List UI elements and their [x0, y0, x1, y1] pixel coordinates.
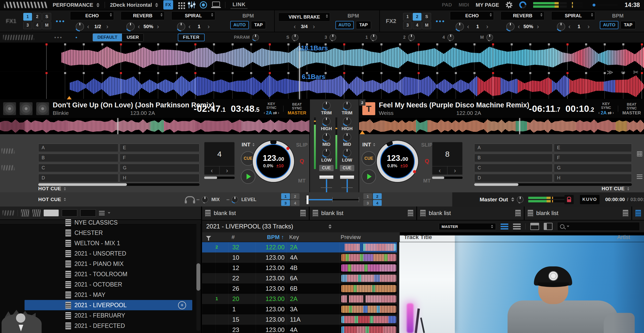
deck2-pad-F[interactable]: F — [554, 154, 632, 162]
drag-handle-icon[interactable] — [637, 175, 642, 179]
deck1-memory-prev-button[interactable]: ‹ — [204, 166, 219, 175]
layout-dropdown[interactable]: 2Deck Horizontal — [110, 2, 158, 8]
channel2-mid-knob[interactable] — [343, 133, 351, 141]
track-preview-cell[interactable] — [340, 304, 400, 314]
grid-view-icon[interactable] — [637, 151, 642, 156]
deck2-memory-next-button[interactable]: › — [447, 166, 463, 175]
deck1-key-sync[interactable]: KEY SYNC ‹ 2A ±0 › — [264, 102, 279, 115]
fx1-slot-1-selector[interactable]: ECHO — [70, 11, 114, 20]
deck1-pad-scrollbar[interactable] — [38, 183, 200, 186]
deck1-memory-next-button[interactable]: › — [219, 166, 235, 175]
master-filter-dropdown[interactable]: MASTER — [439, 223, 496, 230]
deck2-pad-H[interactable]: H — [554, 174, 632, 182]
cue-assign-left-2[interactable]: 2 — [291, 193, 300, 199]
channel1-fader-handle[interactable] — [319, 175, 334, 179]
keyboard-display-icon[interactable] — [212, 1, 220, 9]
fx-deck-assign-2[interactable]: 2 — [413, 13, 421, 21]
skip-icon[interactable]: ≫ — [607, 69, 613, 76]
fx-param-knob-4[interactable] — [447, 34, 454, 41]
pane-add-target[interactable] — [632, 207, 644, 220]
crossfader[interactable] — [306, 194, 359, 205]
deck2-jog-wheel[interactable]: 123.00 0.8% ±10 — [377, 141, 418, 182]
fx1-slot-3-next[interactable]: › — [208, 24, 210, 29]
sidebar-item-2021-piano-mix[interactable]: 2021 - PIANO MIX — [25, 259, 192, 269]
deck2-pad-G[interactable]: G — [554, 164, 632, 172]
channel2-high-knob[interactable] — [343, 117, 351, 125]
fx2-slot-2-selector[interactable]: REVERB — [501, 11, 545, 20]
deck1-quantize-toggle[interactable]: Q — [294, 158, 310, 164]
fx1-slot-3-prev[interactable]: ‹ — [188, 24, 190, 29]
number-column-header[interactable]: # — [228, 234, 255, 241]
list-menu-icon[interactable] — [99, 211, 105, 215]
channel1-cue-button[interactable]: CUE — [319, 165, 334, 171]
list-view-icon-active[interactable] — [501, 224, 508, 229]
track-preview-cell[interactable] — [340, 283, 400, 294]
bpm-column-header[interactable]: BPM↑ — [255, 234, 286, 241]
fx-deck-assign-4[interactable]: 4 — [33, 21, 42, 29]
key-column-header[interactable]: Key — [286, 234, 339, 241]
fx1-slot-2-selector[interactable]: REVERB — [121, 11, 165, 20]
artist-column-header[interactable]: Artist — [617, 234, 644, 241]
preview-column-header[interactable]: Preview — [339, 234, 400, 241]
channel2-fader-handle[interactable] — [340, 175, 354, 179]
fx1-slot-1-knob[interactable] — [76, 22, 84, 31]
fx1-slot-3-knob[interactable] — [177, 22, 185, 31]
cue-assign-right-4[interactable]: 4 — [373, 200, 382, 206]
fx1-slot-2-knob[interactable] — [126, 22, 135, 31]
fx2-slot-3-next[interactable]: › — [587, 24, 589, 29]
deck1-beat-sync[interactable]: BEAT SYNC MASTER — [288, 102, 306, 115]
deck2-pad-B[interactable]: B — [474, 154, 553, 162]
fx1-slot-1-next[interactable]: › — [106, 24, 108, 29]
fx2-slot-2-prev[interactable]: ‹ — [518, 24, 520, 29]
release-fx-prev[interactable]: ‹ — [294, 24, 296, 29]
cue-assign-right-1[interactable]: 1 — [363, 193, 372, 199]
fx2-slot-2-next[interactable]: › — [537, 24, 539, 29]
add-track-button[interactable]: + — [178, 301, 186, 309]
track-preview-cell[interactable] — [340, 294, 400, 304]
filter-column-header[interactable] — [202, 236, 215, 239]
jog-display-icon[interactable] — [200, 1, 207, 9]
my-page-button[interactable]: MY PAGE — [476, 2, 499, 8]
deck2-cue-button[interactable]: CUE — [362, 151, 376, 166]
track-preview-cell[interactable] — [340, 314, 400, 325]
deck1-hotcue-footer[interactable]: HOT CUE — [38, 197, 66, 202]
cue-assign-left-1[interactable]: 1 — [281, 193, 290, 199]
channel1-low-knob[interactable] — [322, 149, 331, 157]
layout-preset-active[interactable] — [44, 210, 59, 216]
channel1-trim-knob[interactable] — [322, 101, 331, 110]
channel1-high-knob[interactable] — [322, 117, 331, 125]
mixer-panel-icon[interactable] — [189, 1, 195, 9]
more-dots[interactable]: ••• — [54, 34, 63, 40]
view-option-icon[interactable] — [32, 209, 41, 217]
track-preview-cell[interactable] — [340, 325, 400, 333]
sidebar-item-2021-liverpool[interactable]: 2021 - LIVERPOOL+ — [25, 300, 192, 310]
headphone-level-knob[interactable] — [232, 196, 238, 203]
deck1-waveform-lane[interactable]: 118.1Bars — [0, 43, 644, 71]
key-down-button[interactable]: ‹ — [598, 110, 600, 115]
fx-deck-assign-M[interactable]: M — [422, 21, 431, 29]
fx-deck-assign-1[interactable]: 1 — [23, 13, 32, 21]
fx-param-knob-1[interactable] — [370, 34, 377, 41]
default-bank-button[interactable]: DEFAULT — [93, 34, 122, 41]
deck1-master-tempo-toggle[interactable]: MT — [294, 178, 310, 184]
fx1-auto-button[interactable]: AUTO — [230, 21, 249, 29]
cue-assign-right-3[interactable]: 3 — [363, 200, 372, 206]
fx-param-knob-M[interactable] — [486, 34, 493, 41]
pane-option-icon[interactable] — [515, 210, 521, 217]
cut-grid-icon[interactable]: ✂ — [633, 69, 638, 76]
search-filter-caret[interactable] — [567, 226, 569, 227]
fx1-slot-2-prev[interactable]: ‹ — [138, 24, 140, 29]
deck1-pad-E[interactable]: E — [120, 144, 200, 152]
sidebar-item-nye-classics[interactable]: NYE CLASSICS — [25, 217, 192, 228]
fx-panel-toggle-button[interactable]: FX — [163, 0, 173, 10]
release-fx-selector[interactable]: VINYL BRAKE — [278, 13, 330, 21]
sidebar-item-welton-mix-1[interactable]: WELTON - MIX 1 — [25, 238, 192, 248]
pad-grid-icon[interactable] — [178, 1, 183, 9]
fx-deck-assign-S[interactable]: S — [42, 13, 51, 21]
deck1-slip-toggle[interactable]: SLIP — [294, 142, 310, 148]
channel1-mid-knob[interactable] — [322, 133, 331, 141]
deck2-pad-D[interactable]: D — [474, 174, 553, 182]
pane-option-icon[interactable] — [623, 210, 628, 217]
track-preview-cell[interactable] — [340, 252, 400, 263]
deck2-int-mode[interactable]: INT — [362, 141, 375, 148]
